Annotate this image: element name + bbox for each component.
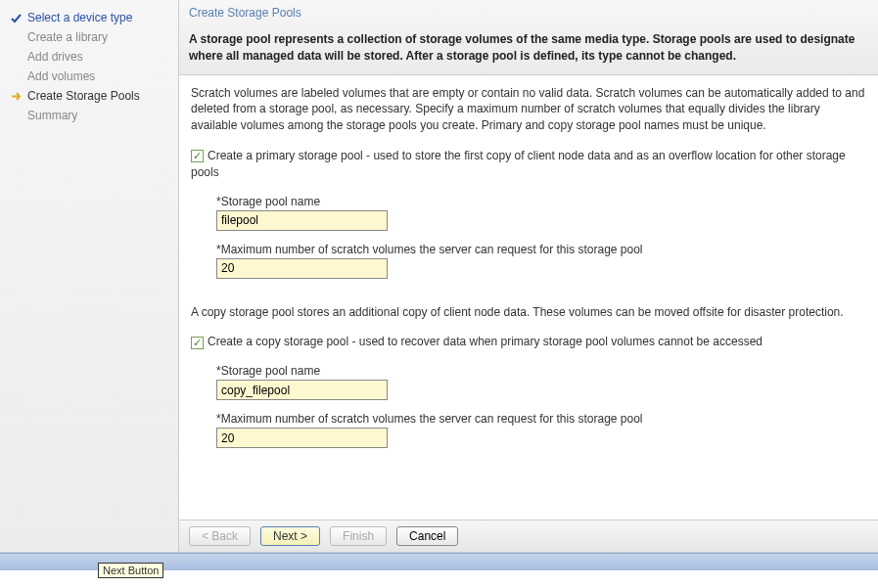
sidebar-item-label: Add drives bbox=[27, 50, 83, 64]
primary-pool-checkbox-row: ✓Create a primary storage pool - used to… bbox=[191, 148, 866, 181]
primary-pool-max-input[interactable] bbox=[216, 258, 388, 279]
sidebar-item-create-library[interactable]: Create a library bbox=[0, 27, 178, 47]
copy-pool-max-block: *Maximum number of scratch volumes the s… bbox=[216, 412, 866, 448]
arrow-right-icon bbox=[10, 90, 23, 103]
primary-pool-checkbox-label: Create a primary storage pool - used to … bbox=[191, 149, 846, 179]
sidebar-item-add-drives[interactable]: Add drives bbox=[0, 47, 178, 67]
sidebar-item-label: Create Storage Pools bbox=[27, 89, 140, 103]
copy-pool-name-input[interactable] bbox=[216, 380, 388, 400]
sidebar-item-label: Add volumes bbox=[27, 69, 95, 83]
sidebar-item-create-storage-pools[interactable]: Create Storage Pools bbox=[0, 86, 178, 106]
copy-pool-name-block: *Storage pool name bbox=[216, 364, 866, 400]
button-bar: < Back Next > Finish Cancel bbox=[179, 520, 878, 552]
copy-description: A copy storage pool stores an additional… bbox=[191, 304, 866, 321]
finish-button[interactable]: Finish bbox=[330, 526, 387, 546]
sidebar-item-label: Summary bbox=[27, 109, 77, 122]
copy-pool-checkbox-label: Create a copy storage pool - used to rec… bbox=[208, 335, 762, 348]
header: Create Storage Pools A storage pool repr… bbox=[179, 0, 878, 75]
copy-pool-max-input[interactable] bbox=[216, 428, 388, 448]
sidebar-item-summary[interactable]: Summary bbox=[0, 106, 178, 125]
checkmark-icon bbox=[10, 12, 23, 24]
primary-pool-max-block: *Maximum number of scratch volumes the s… bbox=[216, 243, 866, 279]
copy-pool-checkbox-row: ✓Create a copy storage pool - used to re… bbox=[191, 334, 866, 350]
sidebar-item-add-volumes[interactable]: Add volumes bbox=[0, 67, 178, 86]
primary-pool-name-input[interactable] bbox=[216, 210, 388, 231]
sidebar-item-select-device-type[interactable]: Select a device type bbox=[0, 8, 178, 27]
cancel-button[interactable]: Cancel bbox=[396, 526, 458, 546]
primary-pool-checkbox[interactable]: ✓ bbox=[191, 150, 204, 162]
primary-pool-name-block: *Storage pool name bbox=[216, 195, 866, 231]
primary-pool-max-label: *Maximum number of scratch volumes the s… bbox=[216, 243, 866, 256]
copy-pool-max-label: *Maximum number of scratch volumes the s… bbox=[216, 412, 866, 426]
main-panel: Create Storage Pools A storage pool repr… bbox=[179, 0, 878, 552]
scratch-description: Scratch volumes are labeled volumes that… bbox=[191, 85, 866, 134]
next-button[interactable]: Next > bbox=[260, 526, 320, 546]
tooltip: Next Button bbox=[98, 563, 163, 578]
copy-pool-name-label: *Storage pool name bbox=[216, 364, 866, 378]
sidebar-item-label: Create a library bbox=[27, 30, 108, 44]
wizard-container: Select a device type Create a library Ad… bbox=[0, 0, 878, 553]
wizard-sidebar: Select a device type Create a library Ad… bbox=[0, 0, 179, 552]
back-button[interactable]: < Back bbox=[189, 526, 251, 546]
content-area: Scratch volumes are labeled volumes that… bbox=[179, 75, 878, 520]
page-title: Create Storage Pools bbox=[179, 0, 878, 25]
sidebar-item-label: Select a device type bbox=[27, 11, 132, 24]
page-description: A storage pool represents a collection o… bbox=[179, 25, 878, 74]
copy-pool-checkbox[interactable]: ✓ bbox=[191, 337, 204, 349]
primary-pool-name-label: *Storage pool name bbox=[216, 195, 866, 208]
